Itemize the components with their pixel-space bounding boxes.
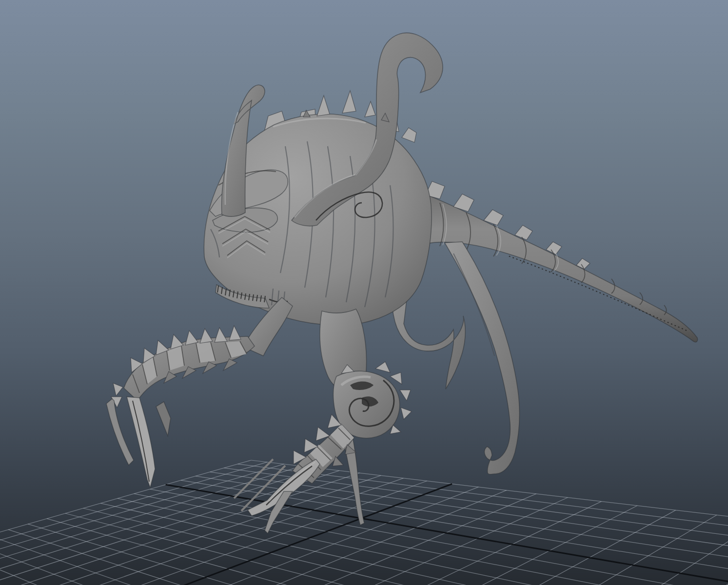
creature-model[interactable] — [0, 0, 728, 585]
viewport-canvas[interactable] — [0, 0, 728, 585]
claw-coil-rim-plate — [400, 390, 411, 401]
creature-left-claw[interactable] — [106, 297, 293, 488]
head-fin — [402, 128, 416, 142]
claw-coil-rim-plate — [375, 362, 390, 372]
head-spike — [342, 91, 356, 113]
creature-center-claw[interactable] — [234, 362, 412, 533]
claw-coil-rim-plate — [390, 372, 402, 384]
head-spike — [365, 101, 375, 117]
head-spike — [317, 96, 330, 116]
left-claw-spike — [200, 329, 213, 343]
claw-side-spike — [234, 459, 273, 498]
left-claw-elbow-plate — [113, 383, 123, 396]
left-claw-spike — [185, 331, 198, 345]
tail-surface — [413, 191, 697, 342]
left-claw-blade-spur — [156, 402, 171, 436]
left-claw-blade-main — [127, 397, 155, 488]
claw-coil-rim-plate — [401, 408, 412, 419]
left-claw-blade-outer — [106, 399, 134, 465]
left-claw-spike — [215, 328, 227, 342]
left-claw-spike — [229, 326, 241, 340]
